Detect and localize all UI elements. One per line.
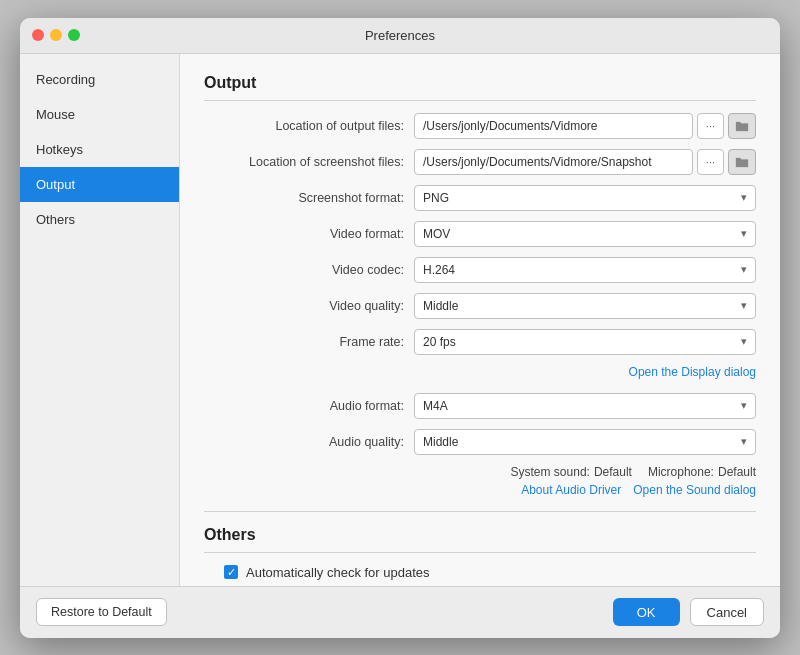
audio-format-label: Audio format:	[204, 399, 414, 413]
frame-rate-arrow: ▾	[741, 335, 747, 348]
video-quality-value: Middle	[423, 299, 458, 313]
microphone-item: Microphone: Default	[648, 465, 756, 479]
sidebar-item-output[interactable]: Output	[20, 167, 179, 202]
sidebar: Recording Mouse Hotkeys Output Others	[20, 54, 180, 586]
video-codec-arrow: ▾	[741, 263, 747, 276]
frame-rate-label: Frame rate:	[204, 335, 414, 349]
video-format-row: Video format: MOV ▾	[204, 221, 756, 247]
titlebar: Preferences	[20, 18, 780, 54]
video-format-label: Video format:	[204, 227, 414, 241]
about-audio-driver-link[interactable]: About Audio Driver	[521, 483, 621, 497]
sidebar-item-hotkeys[interactable]: Hotkeys	[20, 132, 179, 167]
bottom-bar: Restore to Default OK Cancel	[20, 586, 780, 638]
window-title: Preferences	[365, 28, 435, 43]
audio-links-row: About Audio Driver Open the Sound dialog	[204, 483, 756, 497]
close-button[interactable]	[32, 29, 44, 41]
output-location-field: ···	[414, 113, 756, 139]
minimize-button[interactable]	[50, 29, 62, 41]
output-location-label: Location of output files:	[204, 119, 414, 133]
screenshot-format-label: Screenshot format:	[204, 191, 414, 205]
ok-button[interactable]: OK	[613, 598, 680, 626]
auto-check-label: Automatically check for updates	[246, 565, 430, 580]
open-sound-dialog-link[interactable]: Open the Sound dialog	[633, 483, 756, 497]
output-location-input[interactable]	[414, 113, 693, 139]
screenshot-location-row: Location of screenshot files: ···	[204, 149, 756, 175]
sidebar-item-mouse[interactable]: Mouse	[20, 97, 179, 132]
audio-quality-row: Audio quality: Middle ▾	[204, 429, 756, 455]
screenshot-format-value: PNG	[423, 191, 449, 205]
screenshot-location-field: ···	[414, 149, 756, 175]
system-sound-label: System sound:	[511, 465, 590, 479]
screenshot-location-dots-button[interactable]: ···	[697, 149, 724, 175]
others-section-title: Others	[204, 526, 756, 553]
microphone-value: Default	[718, 465, 756, 479]
screenshot-location-input[interactable]	[414, 149, 693, 175]
sidebar-item-recording[interactable]: Recording	[20, 62, 179, 97]
preferences-window: Preferences Recording Mouse Hotkeys Outp…	[20, 18, 780, 638]
open-display-link[interactable]: Open the Display dialog	[629, 365, 756, 379]
audio-format-value: M4A	[423, 399, 448, 413]
cancel-button[interactable]: Cancel	[690, 598, 764, 626]
system-sound-item: System sound: Default	[511, 465, 632, 479]
audio-quality-value: Middle	[423, 435, 458, 449]
audio-quality-dropdown[interactable]: Middle ▾	[414, 429, 756, 455]
video-codec-value: H.264	[423, 263, 455, 277]
video-quality-arrow: ▾	[741, 299, 747, 312]
audio-quality-label: Audio quality:	[204, 435, 414, 449]
audio-quality-arrow: ▾	[741, 435, 747, 448]
auto-check-checkbox[interactable]: ✓	[224, 565, 238, 579]
auto-check-row: ✓ Automatically check for updates	[224, 565, 756, 580]
folder-icon	[735, 156, 749, 168]
video-quality-label: Video quality:	[204, 299, 414, 313]
output-section-title: Output	[204, 74, 756, 101]
window-content: Recording Mouse Hotkeys Output Others Ou…	[20, 54, 780, 586]
frame-rate-row: Frame rate: 20 fps ▾	[204, 329, 756, 355]
folder-icon	[735, 120, 749, 132]
video-format-arrow: ▾	[741, 227, 747, 240]
output-location-row: Location of output files: ···	[204, 113, 756, 139]
section-separator	[204, 511, 756, 512]
frame-rate-dropdown[interactable]: 20 fps ▾	[414, 329, 756, 355]
video-codec-dropdown[interactable]: H.264 ▾	[414, 257, 756, 283]
audio-format-row: Audio format: M4A ▾	[204, 393, 756, 419]
system-sound-value: Default	[594, 465, 632, 479]
video-codec-label: Video codec:	[204, 263, 414, 277]
screenshot-format-arrow: ▾	[741, 191, 747, 204]
audio-format-arrow: ▾	[741, 399, 747, 412]
action-buttons: OK Cancel	[613, 598, 764, 626]
sidebar-item-others[interactable]: Others	[20, 202, 179, 237]
video-format-value: MOV	[423, 227, 450, 241]
screenshot-format-dropdown[interactable]: PNG ▾	[414, 185, 756, 211]
main-panel: Output Location of output files: ··· Loc…	[180, 54, 780, 586]
zoom-button[interactable]	[68, 29, 80, 41]
restore-default-button[interactable]: Restore to Default	[36, 598, 167, 626]
system-audio-row: System sound: Default Microphone: Defaul…	[204, 465, 756, 479]
screenshot-format-row: Screenshot format: PNG ▾	[204, 185, 756, 211]
screenshot-location-folder-button[interactable]	[728, 149, 756, 175]
traffic-lights	[32, 29, 80, 41]
video-codec-row: Video codec: H.264 ▾	[204, 257, 756, 283]
audio-format-dropdown[interactable]: M4A ▾	[414, 393, 756, 419]
microphone-label: Microphone:	[648, 465, 714, 479]
video-quality-row: Video quality: Middle ▾	[204, 293, 756, 319]
video-quality-dropdown[interactable]: Middle ▾	[414, 293, 756, 319]
frame-rate-value: 20 fps	[423, 335, 456, 349]
output-location-dots-button[interactable]: ···	[697, 113, 724, 139]
output-location-folder-button[interactable]	[728, 113, 756, 139]
video-format-dropdown[interactable]: MOV ▾	[414, 221, 756, 247]
screenshot-location-label: Location of screenshot files:	[204, 155, 414, 169]
display-link-row: Open the Display dialog	[204, 365, 756, 379]
